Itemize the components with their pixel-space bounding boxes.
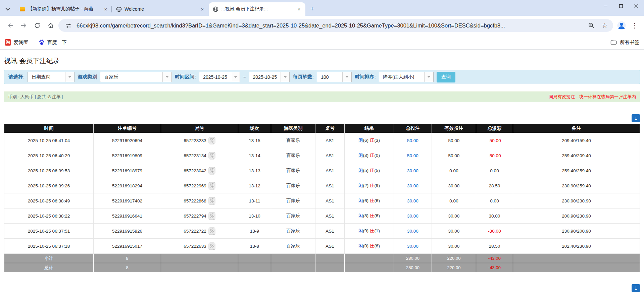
banker-result-count: (6)	[374, 198, 380, 203]
chevron-down-icon[interactable]	[424, 72, 433, 82]
profile-avatar[interactable]	[615, 19, 628, 32]
cell-result: 闲(8) 庄(6)	[345, 208, 394, 224]
table-row: 2025-10-25 06:39:53 522916918979 6572230…	[4, 163, 640, 178]
address-bar[interactable]: 66cxkj98.com/game/betrecord_search/kind3…	[58, 19, 613, 32]
bookmark-star-icon[interactable]: ☆	[600, 20, 610, 31]
cell-total-bet-link[interactable]: 50.00	[394, 133, 432, 148]
replay-video-icon[interactable]	[208, 242, 215, 250]
round-id-value: 657222794	[184, 214, 206, 219]
cell-total-bet-link[interactable]: 50.00	[394, 148, 432, 163]
back-button[interactable]	[5, 20, 16, 31]
banker-result-label: 庄	[370, 198, 375, 203]
cell-total-bet-link[interactable]: 30.00	[394, 163, 432, 178]
bookmarks-bar: 淘 爱淘宝 百度一下 所有书签	[0, 35, 644, 50]
table-row: 2025-10-25 06:40:29 522916919809 6572231…	[4, 148, 640, 163]
cell-result: 闲(5) 庄(5)	[345, 163, 394, 178]
cell-total-bet-link[interactable]: 30.00	[394, 193, 432, 208]
chevron-down-icon[interactable]	[162, 72, 171, 82]
maximize-button[interactable]	[613, 0, 629, 12]
replay-video-icon[interactable]	[208, 182, 215, 190]
banker-result-count: (6)	[374, 213, 380, 218]
baidu-paw-icon	[39, 39, 45, 45]
round-id-value: 657222969	[184, 183, 206, 188]
chevron-down-icon[interactable]	[231, 72, 240, 82]
date-start-select[interactable]: 2025-10-25	[199, 72, 240, 82]
game-type-select[interactable]: 百家乐	[100, 72, 172, 82]
reload-button[interactable]	[32, 20, 43, 31]
cell-note: 230.90/200.90	[513, 224, 640, 239]
player-result-label: 闲	[358, 243, 363, 248]
date-end-select[interactable]: 2025-10-25	[249, 72, 290, 82]
player-result-label: 闲	[358, 213, 363, 218]
new-tab-button[interactable]: +	[307, 4, 317, 14]
replay-video-icon[interactable]	[208, 137, 215, 144]
home-button[interactable]	[45, 20, 56, 31]
chevron-down-icon[interactable]	[342, 72, 351, 82]
sort-select[interactable]: 降幂(由大到小)	[379, 72, 434, 82]
table-row: 2025-10-25 06:38:49 522916917402 6572228…	[4, 193, 640, 208]
sort-value: 降幂(由大到小)	[379, 72, 424, 82]
url-text[interactable]: 66cxkj98.com/game/betrecord_search/kind3…	[77, 22, 583, 29]
replay-video-icon[interactable]	[208, 227, 215, 235]
minimize-button[interactable]	[598, 0, 613, 12]
cell-table-no: AS1	[315, 178, 345, 193]
tab-title: :::视讯 会员下注纪录:::	[221, 6, 293, 12]
search-button[interactable]: 查询	[437, 72, 455, 82]
replay-video-icon[interactable]	[208, 212, 215, 220]
cell-table-no: AS1	[315, 133, 345, 148]
close-icon[interactable]: ×	[296, 6, 302, 12]
cell-total-bet-link[interactable]: 30.00	[394, 239, 432, 254]
cell-note: 202.40/230.90	[513, 239, 640, 254]
cell-total-bet-link[interactable]: 30.00	[394, 178, 432, 193]
cell-total-bet-link[interactable]: 30.00	[394, 208, 432, 224]
tab-title: 【新提醒】杨雪儿的帖子 - 海燕	[28, 6, 100, 12]
all-bookmarks[interactable]: 所有书签	[604, 39, 639, 46]
tab-search-button[interactable]	[0, 2, 15, 16]
replay-video-icon[interactable]	[208, 197, 215, 205]
cell-valid-bet: 0.00	[432, 163, 476, 178]
round-id-value: 657222868	[184, 198, 206, 203]
per-page-value: 100	[317, 72, 342, 82]
query-mode-value: 日期查询	[28, 72, 65, 82]
replay-video-icon[interactable]	[208, 167, 215, 175]
cell-time: 2025-10-25 06:41:04	[4, 133, 94, 148]
page-1-button[interactable]: 1	[632, 114, 640, 122]
cell-bet-id: 522916920694	[94, 133, 161, 148]
per-page-select[interactable]: 100	[317, 72, 352, 82]
per-page-label: 每页笔数:	[293, 74, 314, 80]
page-1-button[interactable]: 1	[632, 284, 640, 292]
chevron-down-icon[interactable]	[65, 72, 74, 82]
cell-table-no: AS1	[315, 208, 345, 224]
tab-forum-post[interactable]: 【新提醒】杨雪儿的帖子 - 海燕 ×	[15, 2, 112, 16]
col-note: 备注	[513, 124, 640, 133]
cell-game-type: 百家乐	[271, 224, 315, 239]
chevron-down-icon[interactable]	[281, 72, 289, 82]
site-info-tune-icon[interactable]	[63, 20, 73, 31]
close-window-button[interactable]	[629, 0, 644, 12]
bookmark-taobao[interactable]: 淘 爱淘宝	[5, 39, 29, 46]
cell-table-no: AS1	[315, 193, 345, 208]
summary-label: 小计	[4, 254, 94, 263]
banker-result-count: (6)	[374, 243, 380, 248]
browser-menu-icon[interactable]: ⋮	[630, 21, 639, 29]
cell-total-bet-link[interactable]: 30.00	[394, 224, 432, 239]
bookmark-baidu[interactable]: 百度一下	[39, 39, 67, 46]
query-mode-select[interactable]: 日期查询	[28, 72, 75, 82]
cell-round-id: 657223134	[161, 148, 238, 163]
close-icon[interactable]: ×	[199, 6, 205, 12]
replay-video-icon[interactable]	[208, 152, 215, 160]
player-result-count: (6)	[363, 138, 369, 143]
player-result-label: 闲	[358, 228, 363, 233]
cell-valid-bet: 50.00	[432, 133, 476, 148]
mail-favicon-icon	[19, 6, 25, 12]
tab-bet-records-active[interactable]: :::视讯 会员下注纪录::: ×	[209, 2, 305, 16]
table-row: 2025-10-25 06:41:04 522916920694 6572232…	[4, 133, 640, 148]
cell-round-id: 657222633	[161, 239, 238, 254]
close-icon[interactable]: ×	[103, 6, 109, 12]
banker-result-label: 庄	[370, 228, 375, 233]
cell-bet-id: 522916917402	[94, 193, 161, 208]
zoom-page-icon[interactable]	[586, 20, 596, 31]
forward-button[interactable]	[18, 20, 30, 31]
cell-game-type: 百家乐	[271, 148, 315, 163]
tab-welcome[interactable]: Welcome ×	[112, 2, 209, 16]
